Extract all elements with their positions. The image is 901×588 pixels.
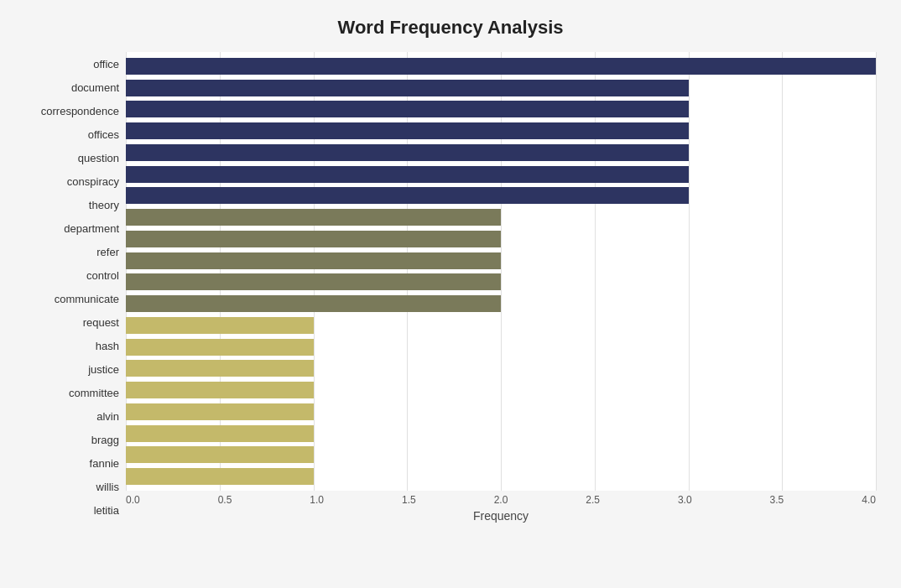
y-label: control [86,270,119,281]
bar-row [126,273,876,291]
bar-row [126,381,876,399]
bar [126,446,314,463]
bar [126,403,314,420]
bar-row [126,79,876,97]
bar [126,295,501,312]
x-axis-label: Frequency [126,509,876,523]
bar-row [126,359,876,377]
y-label: communicate [55,294,119,304]
bar-row [126,165,876,184]
chart-title: Word Frequency Analysis [25,17,876,39]
bar [126,101,689,117]
bar [126,58,876,75]
x-tick: 3.5 [770,494,784,506]
bar [126,273,501,290]
grid-line [876,52,877,491]
bar [126,360,314,377]
x-tick: 3.0 [678,494,692,506]
y-label: department [64,223,119,234]
bar [126,209,501,226]
bar-row [126,208,876,226]
bar-row [126,316,876,335]
y-label: theory [89,200,119,211]
bar-row [126,186,876,205]
bar-row [126,122,876,140]
x-tick: 0.0 [126,494,140,506]
bar [126,166,689,183]
y-label: correspondence [41,106,119,117]
bar [126,80,689,96]
y-label: refer [96,247,119,258]
y-label: hash [96,341,119,351]
x-tick: 0.5 [218,494,232,506]
y-label: fannie [90,458,119,469]
bar-row [126,445,876,464]
x-ticks: 0.00.51.01.52.02.53.03.54.0 [126,494,876,506]
x-tick: 2.0 [494,494,508,506]
bar [126,231,501,247]
x-tick: 1.5 [402,494,416,506]
bar-row [126,230,876,248]
chart-container: Word Frequency Analysis officedocumentco… [0,0,901,588]
bar-row [126,424,876,443]
bar [126,468,314,485]
y-label: document [71,82,119,93]
y-label: willis [96,481,119,492]
bar [126,122,689,139]
bar [126,144,689,161]
bar-row [126,100,876,118]
bar-row [126,338,876,356]
y-label: justice [88,364,119,375]
y-label: alvin [96,411,119,422]
y-label: office [93,59,119,70]
y-label: offices [88,129,119,140]
bar-row [126,467,876,486]
y-label: question [78,153,119,164]
bars-and-x: 0.00.51.01.52.02.53.03.54.0 Frequency [126,52,876,523]
y-label: request [83,317,119,328]
bar-row [126,294,876,313]
bar [126,252,501,269]
x-tick: 2.5 [586,494,600,506]
bar-row [126,57,876,75]
bar [126,317,314,334]
bars-area [126,52,876,491]
bar-row [126,252,876,270]
y-label: conspiracy [67,176,119,187]
y-label: committee [69,388,119,398]
bar [126,425,314,442]
x-tick: 4.0 [862,494,876,506]
chart-area: officedocumentcorrespondenceofficesquest… [25,52,876,523]
y-label: bragg [91,434,119,445]
x-tick: 1.0 [310,494,324,506]
bar-row [126,403,876,421]
y-axis-labels: officedocumentcorrespondenceofficesquest… [25,52,126,523]
bar [126,187,689,204]
x-axis: 0.00.51.01.52.02.53.03.54.0 Frequency [126,491,876,523]
bar-row [126,143,876,162]
bar [126,339,314,356]
y-label: letitia [94,505,119,516]
bar [126,382,314,398]
